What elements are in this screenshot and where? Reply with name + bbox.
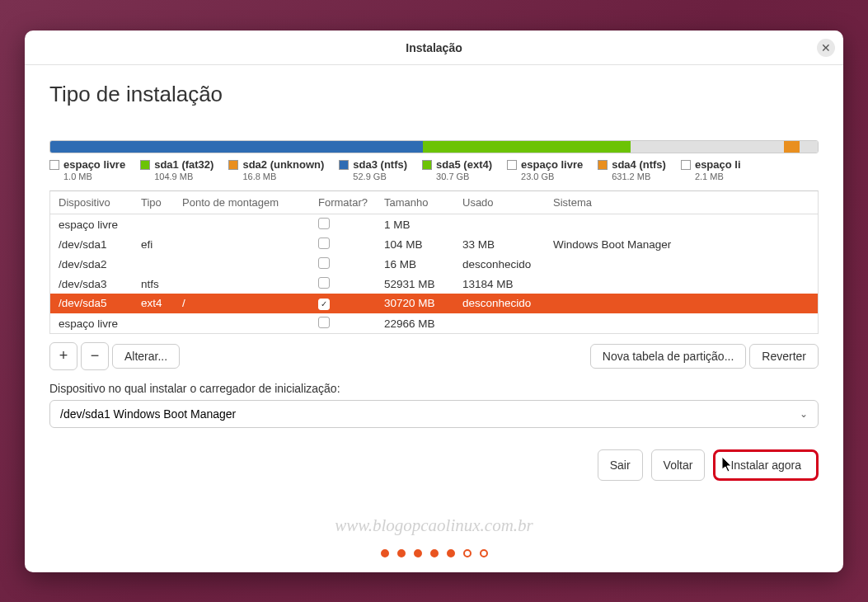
format-checkbox[interactable] (318, 277, 330, 289)
cell-used: desconhecido (462, 258, 553, 270)
format-checkbox[interactable]: ✓ (318, 299, 330, 310)
col-system: Sistema (553, 196, 809, 209)
disk-segment[interactable] (631, 141, 784, 153)
progress-dot (480, 549, 488, 557)
legend-swatch (681, 160, 691, 170)
table-row[interactable]: /dev/sda3 ntfs 52931 MB 13184 MB (50, 274, 818, 294)
legend-size: 1.0 MB (63, 172, 125, 182)
legend-swatch (507, 160, 517, 170)
legend-size: 16.8 MB (242, 172, 324, 182)
legend-size: 23.0 GB (521, 172, 583, 182)
cell-format (318, 257, 384, 271)
legend-item[interactable]: sda5 (ext4) 30.7 GB (422, 158, 492, 182)
col-device: Dispositivo (59, 196, 141, 209)
format-checkbox[interactable] (318, 257, 330, 269)
table-header: Dispositivo Tipo Ponto de montagem Forma… (50, 191, 818, 214)
table-row[interactable]: /dev/sda1 efi 104 MB 33 MB Windows Boot … (50, 234, 818, 254)
cell-size: 16 MB (384, 258, 462, 270)
cell-size: 30720 MB (384, 297, 462, 309)
legend-size: 52.9 GB (353, 172, 407, 182)
disk-segment[interactable] (423, 141, 630, 153)
cell-type: efi (141, 238, 182, 251)
legend-label: sda4 (ntfs) (612, 158, 666, 172)
legend-swatch (422, 160, 432, 170)
legend-size: 2.1 MB (695, 172, 741, 182)
cell-device: /dev/sda3 (59, 278, 141, 290)
disk-usage-bar (49, 140, 819, 153)
table-body: espaço livre 1 MB /dev/sda1 efi 104 MB 3… (50, 214, 818, 333)
table-row[interactable]: /dev/sda5 ext4 / ✓ 30720 MB desconhecido (50, 294, 818, 313)
new-partition-table-button[interactable]: Nova tabela de partição... (590, 344, 747, 369)
legend-swatch (49, 160, 59, 170)
watermark: www.blogopcaolinux.com.br (335, 515, 533, 536)
legend-swatch (339, 160, 349, 170)
cell-system: Windows Boot Manager (553, 238, 809, 251)
cell-device: espaço livre (59, 219, 141, 231)
cell-format (318, 238, 384, 252)
cell-size: 22966 MB (384, 317, 462, 330)
legend-item[interactable]: espaço li 2.1 MB (681, 158, 741, 182)
cell-format (318, 317, 384, 331)
cell-size: 104 MB (384, 238, 462, 251)
format-checkbox[interactable] (318, 317, 330, 328)
col-size: Tamanho (384, 196, 462, 209)
bootloader-label: Dispositivo no qual instalar o carregado… (49, 382, 819, 395)
cell-device: /dev/sda5 (59, 297, 141, 309)
change-partition-button[interactable]: Alterar... (112, 344, 180, 369)
legend-swatch (598, 160, 608, 170)
install-now-button[interactable]: Instalar agora (713, 449, 819, 481)
col-used: Usado (462, 196, 553, 209)
partition-table: Dispositivo Tipo Ponto de montagem Forma… (49, 190, 819, 334)
progress-dot (414, 549, 422, 557)
legend-label: sda5 (ext4) (436, 158, 492, 172)
disk-legend: espaço livre 1.0 MB sda1 (fat32) 104.9 M… (49, 158, 819, 182)
close-icon: ✕ (821, 41, 831, 54)
revert-button[interactable]: Reverter (749, 344, 819, 369)
cell-format (318, 277, 384, 291)
legend-label: espaço li (695, 158, 741, 172)
close-button[interactable]: ✕ (817, 39, 835, 57)
window-title: Instalação (406, 41, 462, 54)
format-checkbox[interactable] (318, 218, 330, 229)
legend-swatch (228, 160, 238, 170)
legend-item[interactable]: espaço livre 23.0 GB (507, 158, 583, 182)
cell-format: ✓ (318, 297, 384, 310)
legend-item[interactable]: sda2 (unknown) 16.8 MB (228, 158, 324, 182)
cell-device: espaço livre (59, 317, 141, 330)
cell-used: 13184 MB (462, 278, 553, 290)
progress-dot (430, 549, 439, 557)
add-partition-button[interactable]: + (49, 342, 77, 370)
back-button[interactable]: Voltar (651, 449, 706, 481)
cell-format (318, 218, 384, 232)
table-row[interactable]: /dev/sda2 16 MB desconhecido (50, 254, 818, 274)
cell-type: ext4 (141, 297, 182, 309)
progress-dot (397, 549, 406, 557)
disk-segment[interactable] (784, 141, 800, 153)
content-area: Tipo de instalação espaço livre 1.0 MB s… (25, 65, 843, 572)
chevron-down-icon: ⌄ (800, 408, 808, 420)
cell-device: /dev/sda2 (59, 258, 141, 270)
cell-used: 33 MB (462, 238, 553, 251)
progress-dot (463, 549, 472, 557)
disk-segment[interactable] (70, 141, 423, 153)
legend-label: sda1 (fat32) (154, 158, 213, 172)
bootloader-dropdown[interactable]: /dev/sda1 Windows Boot Manager ⌄ (49, 400, 819, 428)
progress-dot (381, 549, 389, 557)
legend-label: espaço livre (521, 158, 583, 172)
legend-item[interactable]: sda1 (fat32) 104.9 MB (140, 158, 213, 182)
remove-partition-button[interactable]: − (81, 342, 109, 370)
legend-size: 30.7 GB (436, 172, 492, 182)
format-checkbox[interactable] (318, 238, 330, 249)
disk-segment[interactable] (800, 141, 818, 153)
legend-label: sda3 (ntfs) (353, 158, 407, 172)
disk-segment[interactable] (53, 141, 67, 153)
col-format: Formatar? (318, 196, 384, 209)
table-row[interactable]: espaço livre 22966 MB (50, 313, 818, 333)
titlebar: Instalação ✕ (25, 31, 843, 65)
legend-item[interactable]: espaço livre 1.0 MB (49, 158, 125, 182)
legend-item[interactable]: sda4 (ntfs) 631.2 MB (598, 158, 666, 182)
legend-item[interactable]: sda3 (ntfs) 52.9 GB (339, 158, 407, 182)
quit-button[interactable]: Sair (598, 449, 643, 481)
cell-used: desconhecido (462, 297, 553, 309)
table-row[interactable]: espaço livre 1 MB (50, 214, 818, 234)
